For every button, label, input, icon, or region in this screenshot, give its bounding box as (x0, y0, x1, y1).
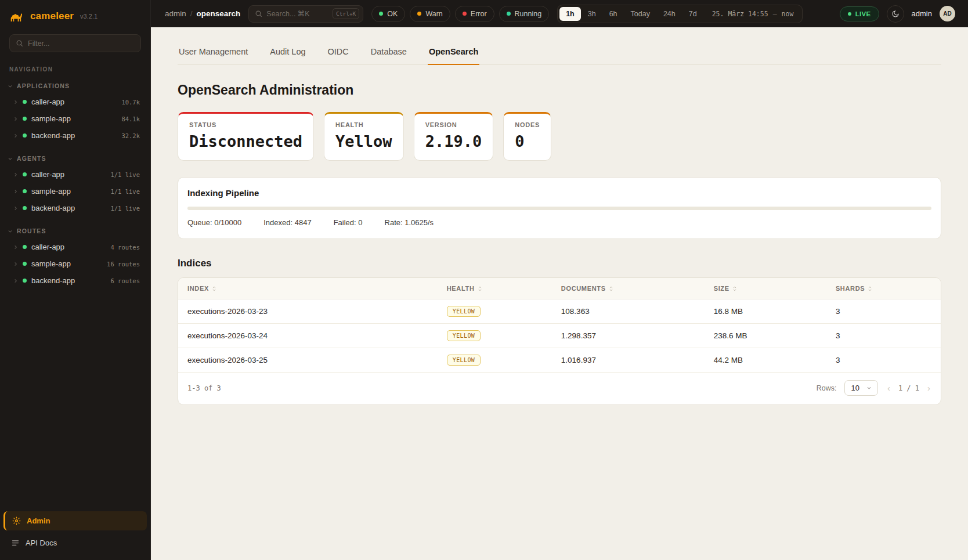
top-bar: admin / opensearch Ctrl+K OK Warn (151, 0, 968, 27)
sidebar-item-route-caller[interactable]: caller-app 4 routes (0, 239, 150, 255)
date-range-start: 25. März 14:55 (712, 10, 768, 18)
live-dot-icon (848, 12, 851, 16)
table-row[interactable]: executions-2026-03-25 YELLOW 1.016.937 4… (178, 348, 941, 373)
live-toggle-button[interactable]: LIVE (840, 6, 879, 21)
column-header-index[interactable]: INDEX (178, 278, 438, 299)
pagination: ‹ 1 / 1 › (886, 383, 931, 393)
sidebar-item-app-backend[interactable]: backend-app 32.2k (0, 127, 150, 144)
time-range-1h[interactable]: 1h (559, 7, 581, 21)
theme-toggle-button[interactable] (887, 5, 904, 23)
stat-card-status: STATUS Disconnected (178, 112, 314, 161)
tab-audit-log[interactable]: Audit Log (269, 41, 306, 65)
routes-badge: 6 routes (110, 277, 140, 284)
rows-per-page-select[interactable]: 10 (844, 380, 877, 396)
next-page-button[interactable]: › (926, 383, 931, 393)
health-value: Yellow (335, 132, 392, 150)
time-range-today[interactable]: Today (624, 7, 656, 21)
app-logo[interactable]: cameleer v3.2.1 (0, 0, 150, 30)
chevron-right-icon (13, 262, 18, 266)
status-dot (23, 189, 27, 193)
time-range-group: 1h 3h 6h Today 24h 7d 25. März 14:55 — n… (557, 5, 803, 23)
breadcrumb-current: opensearch (197, 9, 241, 18)
column-header-documents[interactable]: DOCUMENTS (552, 278, 705, 299)
column-header-size[interactable]: SIZE (705, 278, 826, 299)
table-row[interactable]: executions-2026-03-23 YELLOW 108.363 16.… (178, 299, 941, 324)
gear-icon (12, 516, 21, 525)
shards-cell: 3 (826, 299, 941, 324)
sidebar-item-app-caller[interactable]: caller-app 10.7k (0, 93, 150, 110)
section-header-routes[interactable]: ROUTES (0, 225, 150, 239)
indices-table-card: INDEX HEALTH DOCUMENTS SIZE (178, 277, 941, 405)
chevron-right-icon (13, 206, 18, 211)
sidebar-item-route-sample[interactable]: sample-app 16 routes (0, 255, 150, 272)
sidebar-item-api-docs[interactable]: API Docs (0, 533, 150, 553)
stat-cards: STATUS Disconnected HEALTH Yellow VERSIO… (178, 112, 941, 161)
column-header-shards[interactable]: SHARDS (826, 278, 941, 299)
filter-error-button[interactable]: Error (455, 6, 494, 22)
chevron-down-icon (8, 156, 13, 161)
documents-cell: 108.363 (552, 299, 705, 324)
tab-oidc[interactable]: OIDC (327, 41, 350, 65)
nav-section-applications: APPLICATIONS caller-app 10.7k sample-app… (0, 80, 150, 144)
status-filter-group: OK Warn Error Running (371, 6, 549, 22)
warn-dot-icon (417, 12, 421, 16)
section-header-agents[interactable]: AGENTS (0, 152, 150, 166)
app-root: cameleer v3.2.1 NAVIGATION APPLICATIONS … (0, 0, 968, 560)
time-range-7d[interactable]: 7d (682, 7, 703, 21)
filter-warn-button[interactable]: Warn (410, 6, 450, 22)
time-range-3h[interactable]: 3h (581, 7, 602, 21)
status-dot (23, 117, 27, 121)
sidebar-filter (9, 34, 141, 52)
sort-icon (609, 286, 613, 292)
api-docs-label: API Docs (26, 539, 57, 547)
tab-database[interactable]: Database (370, 41, 408, 65)
sort-icon (732, 286, 737, 292)
shortcut-badge: Ctrl+K (333, 8, 359, 19)
sidebar-item-agent-sample[interactable]: sample-app 1/1 live (0, 183, 150, 200)
sidebar-item-route-backend[interactable]: backend-app 6 routes (0, 272, 150, 289)
version-value: 2.19.0 (425, 132, 482, 150)
stat-card-health: HEALTH Yellow (324, 112, 404, 161)
date-range-display[interactable]: 25. März 14:55 — now (704, 10, 801, 18)
sidebar-item-agent-caller[interactable]: caller-app 1/1 live (0, 166, 150, 183)
routes-badge: 4 routes (110, 244, 140, 251)
running-dot-icon (507, 12, 511, 16)
time-range-6h[interactable]: 6h (603, 7, 624, 21)
time-range-24h[interactable]: 24h (657, 7, 682, 21)
health-badge: YELLOW (447, 306, 481, 317)
tab-opensearch[interactable]: OpenSearch (428, 41, 479, 65)
user-name[interactable]: admin (912, 9, 932, 18)
prev-page-button[interactable]: ‹ (886, 383, 891, 393)
pipeline-rate: Rate: 1.0625/s (385, 218, 434, 227)
index-name-cell: executions-2026-03-23 (178, 299, 438, 324)
breadcrumb: admin / opensearch (165, 9, 240, 18)
row-range-text: 1-3 of 3 (187, 384, 221, 392)
live-badge: 1/1 live (110, 188, 140, 195)
ok-dot-icon (379, 12, 383, 16)
tab-user-management[interactable]: User Management (178, 41, 249, 65)
avatar[interactable]: AD (940, 6, 955, 21)
sidebar-footer: Admin API Docs (0, 511, 150, 560)
filter-running-button[interactable]: Running (499, 6, 550, 22)
search-input[interactable] (266, 10, 328, 18)
search-icon (16, 39, 23, 47)
pipeline-indexed: Indexed: 4847 (263, 218, 311, 227)
count-badge: 84.1k (121, 115, 140, 122)
section-header-applications[interactable]: APPLICATIONS (0, 80, 150, 93)
filter-input[interactable] (28, 39, 135, 48)
size-cell: 44.2 MB (705, 348, 826, 373)
breadcrumb-separator: / (190, 9, 193, 18)
status-dot (23, 206, 27, 210)
sidebar-item-app-sample[interactable]: sample-app 84.1k (0, 110, 150, 127)
chevron-right-icon (13, 172, 18, 177)
sidebar-item-admin[interactable]: Admin (3, 511, 147, 530)
status-dot (23, 133, 27, 138)
chevron-right-icon (13, 245, 18, 250)
column-header-health[interactable]: HEALTH (438, 278, 552, 299)
chevron-down-icon (8, 229, 13, 234)
table-row[interactable]: executions-2026-03-24 YELLOW 1.298.357 2… (178, 324, 941, 348)
count-badge: 10.7k (121, 99, 140, 106)
breadcrumb-admin[interactable]: admin (165, 9, 186, 18)
sidebar-item-agent-backend[interactable]: backend-app 1/1 live (0, 200, 150, 216)
filter-ok-button[interactable]: OK (371, 6, 405, 22)
